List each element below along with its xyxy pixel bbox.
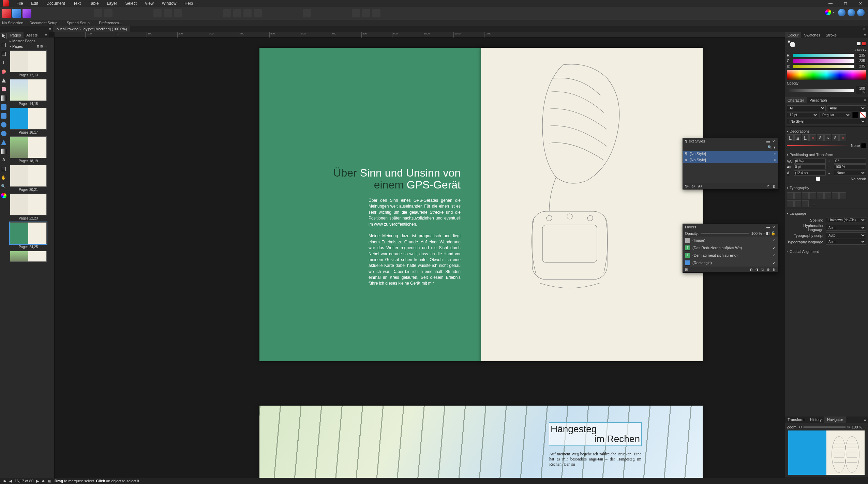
colour-chooser-icon[interactable] <box>1 193 6 198</box>
navigator-tab[interactable]: Navigator <box>824 417 846 423</box>
menu-document[interactable]: Document <box>42 1 69 6</box>
colour-spectrum[interactable] <box>787 70 866 80</box>
stroke-tab[interactable]: Stroke <box>823 32 839 38</box>
g-slider[interactable] <box>793 59 854 63</box>
add-adjustment-icon[interactable]: ◑ <box>755 268 759 271</box>
document-tab[interactable]: buchDrawing5_lay.pdf [Modified] (100.0%) <box>53 26 130 32</box>
panel-collapse-icon[interactable]: ▬ <box>766 225 770 229</box>
close-button[interactable]: ✕ <box>853 0 868 7</box>
dropdown-icon[interactable]: ▾ <box>865 49 866 52</box>
brush-tool-icon[interactable] <box>1 87 6 92</box>
canvas[interactable]: Über Sinn und Unsinn von einem GPS-Gerät… <box>55 37 785 478</box>
menu-file[interactable]: File <box>12 1 27 6</box>
page-right[interactable] <box>481 48 703 361</box>
paragraph-tab[interactable]: Paragraph <box>807 97 829 103</box>
toolbar-button[interactable] <box>164 9 172 17</box>
panel-close-icon[interactable]: ✕ <box>772 139 776 143</box>
context-spread-setup[interactable]: Spread Setup... <box>66 21 92 25</box>
underline-colour-icon[interactable]: U <box>802 134 809 141</box>
rounded-rect-tool-icon[interactable] <box>1 131 6 136</box>
page-thumb[interactable]: Pages 18,19 <box>9 136 48 163</box>
layer-options-icon[interactable]: ⊞ <box>685 268 688 271</box>
history-tab[interactable]: History <box>807 417 824 423</box>
artboard-tool-icon[interactable] <box>1 51 6 57</box>
minimize-button[interactable]: — <box>823 0 838 7</box>
pencil-tool-icon[interactable] <box>1 78 6 83</box>
stroke-colour-swatch[interactable] <box>787 40 791 44</box>
vector-crop-tool-icon[interactable] <box>1 166 6 172</box>
text-bg-swatch[interactable] <box>860 112 866 118</box>
navigator-preview[interactable] <box>788 430 865 475</box>
dropdown-arrow-icon[interactable]: ▾ <box>833 11 834 14</box>
typo-btn[interactable] <box>787 192 794 199</box>
close-all-tabs-icon[interactable]: ✕ <box>863 27 866 31</box>
menu-view[interactable]: View <box>141 1 158 6</box>
tracking-input[interactable] <box>794 158 826 164</box>
add-fx-icon[interactable]: fx <box>761 268 764 271</box>
add-layer-icon[interactable]: ⊕ <box>767 268 769 271</box>
maximize-button[interactable]: ◻ <box>838 0 853 7</box>
spelling-select[interactable]: Unknown (de-CH) <box>826 217 866 223</box>
colour-mode[interactable]: RGB <box>857 48 864 52</box>
pages-tab[interactable]: Pages <box>8 32 24 38</box>
page-thumb[interactable]: Pages 16,17 <box>9 108 48 134</box>
menu-help[interactable]: Help <box>180 1 197 6</box>
layer-visible-icon[interactable]: ✓ <box>773 238 776 243</box>
strikethrough-icon[interactable]: S <box>817 134 824 141</box>
tab-menu-icon[interactable]: ▾ <box>49 27 51 31</box>
font-family-select[interactable]: Arial <box>827 105 866 111</box>
typo-btn[interactable] <box>817 192 824 199</box>
font-weight-select[interactable]: Regular <box>820 112 851 118</box>
triangle-tool-icon[interactable] <box>1 140 6 145</box>
layer-item[interactable]: (Image)✓ <box>683 237 778 244</box>
menu-text[interactable]: Text <box>69 1 85 6</box>
text-style-item[interactable]: a[No Style] ≡ <box>683 157 778 163</box>
toolbar-button[interactable] <box>254 9 262 17</box>
account-icon[interactable] <box>838 9 845 16</box>
font-size-select[interactable]: 12 pt <box>787 112 818 118</box>
last-page-icon[interactable]: ⏭ <box>41 479 46 483</box>
g-value[interactable]: 235 <box>856 59 866 63</box>
toolbar-button[interactable] <box>303 9 311 17</box>
strike-colour-icon[interactable]: S <box>832 134 839 141</box>
toolbar-button[interactable] <box>94 9 102 17</box>
persona-designer-icon[interactable] <box>12 9 21 18</box>
text-colour-swatch[interactable] <box>852 112 858 118</box>
typo-btn[interactable] <box>809 192 816 199</box>
first-page-icon[interactable]: ⏮ <box>2 479 7 483</box>
fill-tool-icon[interactable] <box>1 149 6 154</box>
optical-header[interactable]: Optical Alignment <box>787 248 866 255</box>
layer-visible-icon[interactable]: ✓ <box>773 253 776 258</box>
r-slider[interactable] <box>793 54 854 57</box>
panel-close-icon[interactable]: ✕ <box>772 225 776 229</box>
persona-publisher-icon[interactable] <box>2 9 11 18</box>
add-mask-icon[interactable]: ◐ <box>750 268 753 271</box>
text-style-select[interactable]: [No Style] <box>787 119 866 124</box>
toolbar-button[interactable] <box>362 9 370 17</box>
zoom-out-icon[interactable]: ⊖ <box>799 425 802 429</box>
text-style-item[interactable]: ¶[No Style] ≡ <box>683 151 778 157</box>
no-strike-icon[interactable]: ⦸ <box>839 134 846 141</box>
baseline-input[interactable] <box>794 164 826 169</box>
more-typo-icon[interactable]: … <box>811 202 815 206</box>
double-strike-icon[interactable]: S̶ <box>824 134 831 141</box>
lock-icon[interactable]: 🔒 <box>771 231 776 236</box>
leading-input[interactable] <box>794 170 826 176</box>
underline-icon[interactable]: U <box>787 134 794 141</box>
double-underline-icon[interactable]: U̲ <box>794 134 801 141</box>
reset-style-icon[interactable]: ↺ <box>767 184 769 188</box>
font-collection-select[interactable]: All <box>787 105 826 111</box>
panel-menu-icon[interactable]: ▾ <box>774 145 776 150</box>
delete-layer-icon[interactable]: 🗑 <box>772 268 776 271</box>
page-left[interactable]: Über Sinn und Unsinn von einem GPS-Gerät… <box>259 48 481 361</box>
text-frame[interactable]: Hängesteg im Rechen <box>549 423 641 445</box>
persona-photo-icon[interactable] <box>23 9 31 18</box>
page-thumb[interactable]: Pages 12,13 <box>9 50 48 77</box>
toolbar-button[interactable] <box>174 9 182 17</box>
b-slider[interactable] <box>793 65 854 68</box>
assets-tab[interactable]: Assets <box>24 32 40 38</box>
shear-input[interactable] <box>834 158 866 164</box>
toolbar-button[interactable] <box>223 9 231 17</box>
ellipse-tool-icon[interactable] <box>1 122 6 127</box>
page-grid-icon[interactable]: ⊞ <box>47 479 52 483</box>
